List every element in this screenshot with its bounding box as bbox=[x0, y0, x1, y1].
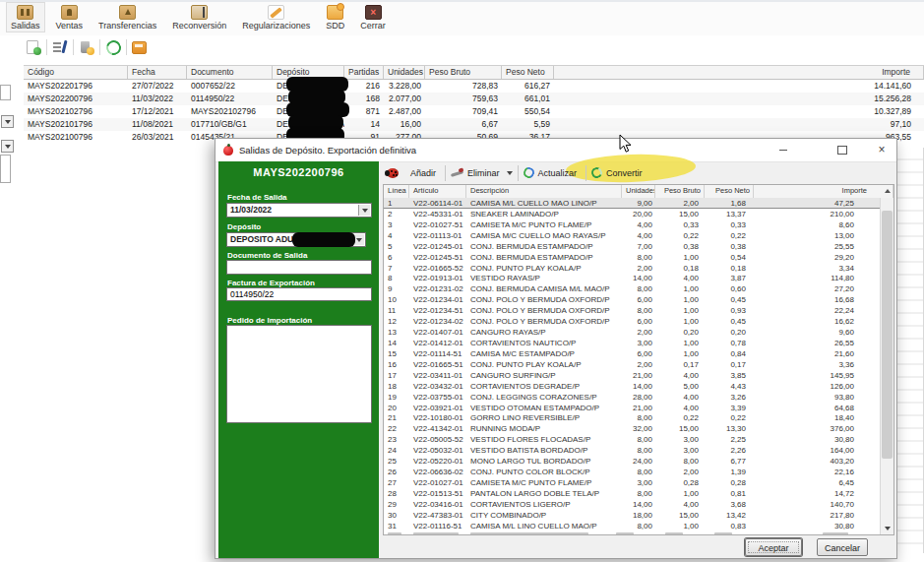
scroll-up-button[interactable] bbox=[881, 185, 893, 197]
close-button[interactable]: × bbox=[867, 139, 896, 160]
lines-table-row[interactable]: 3V22-01027-51CAMISETA M/C PUNTO FLAME/P4… bbox=[384, 219, 880, 230]
lines-table-row[interactable]: 9V22-01231-02CONJ. BERMUDA CAMISA M/L MA… bbox=[384, 283, 880, 294]
update-button[interactable]: Actualizar bbox=[538, 168, 578, 178]
table-row[interactable]: MAYS20220079611/03/20220114950/22DEPOSIT… bbox=[24, 93, 924, 105]
ribbon-tab-regularizaciones[interactable]: Regularizaciones bbox=[237, 2, 315, 32]
cell-articulo: V22-01234-02 bbox=[409, 316, 466, 327]
lines-table-row[interactable]: 4V22-01113-01CAMISA M/C CUELLO MAO RAYAS… bbox=[384, 230, 880, 241]
ribbon-tab-cerrar[interactable]: Cerrar bbox=[355, 2, 391, 32]
dialog-titlebar[interactable]: Salidas de Depósito. Exportación definit… bbox=[216, 139, 896, 162]
lines-table-row[interactable]: 25V22-05220-01MONO LARGO TUL BORDADO/P24… bbox=[384, 456, 880, 467]
edit-list-icon[interactable] bbox=[52, 39, 68, 55]
column-header-linea[interactable]: Línea bbox=[384, 185, 409, 198]
column-header-peso-bruto[interactable]: Peso Bruto bbox=[655, 185, 705, 198]
lines-table-row[interactable]: 1V22-06114-01CAMISA M/L CUELLO MAO LINO/… bbox=[384, 198, 880, 209]
lines-table-row[interactable]: 27V22-01027-01CAMISETA M/C PUNTO FLAME/P… bbox=[384, 477, 880, 488]
maximize-button[interactable] bbox=[828, 139, 857, 160]
lines-table-row[interactable]: 11V22-01234-51CONJ. POLO Y BERMUDA OXFOR… bbox=[384, 305, 880, 316]
scrollbar-thumb[interactable] bbox=[882, 211, 893, 459]
cell-peso-neto: 0,17 bbox=[705, 359, 754, 370]
lines-table-row[interactable]: 8V22-01913-01VESTIDO RAYAS/P14,004,003,8… bbox=[384, 273, 880, 283]
column-header-peso-bruto[interactable]: Peso Bruto bbox=[425, 66, 502, 79]
fecha-salida-combo[interactable]: 11/03/2022 bbox=[226, 203, 372, 218]
cancel-button[interactable]: Cancelar bbox=[817, 538, 868, 556]
cell-articulo: V22-10180-01 bbox=[409, 412, 466, 423]
lines-table-row[interactable]: 10V22-01234-01CONJ. POLO Y BERMUDA OXFOR… bbox=[384, 294, 880, 305]
ribbon-tab-ventas[interactable]: Ventas bbox=[51, 2, 89, 32]
column-header-importe[interactable]: Importe bbox=[754, 185, 893, 198]
ribbon-tab-salidas[interactable]: Salidas bbox=[6, 2, 45, 32]
left-edge-input[interactable] bbox=[0, 85, 11, 100]
ribbon-tab-transferencias[interactable]: Transferencias bbox=[93, 2, 161, 32]
refresh-icon[interactable] bbox=[105, 39, 121, 55]
combo-dropdown-button[interactable] bbox=[358, 205, 370, 216]
delete-button[interactable]: Eliminar bbox=[467, 168, 500, 178]
column-header-codigo[interactable]: Código bbox=[24, 66, 128, 79]
lines-table-row[interactable]: 6V22-01245-51CONJ. BERMUDA ESTAMPADO/P8,… bbox=[384, 252, 880, 263]
lines-table-row[interactable]: 26V22-06636-02CONJ. PUNTO COLOR BLOCK/P8… bbox=[384, 467, 880, 477]
column-header-documento[interactable]: Documento bbox=[187, 66, 273, 79]
table-row[interactable]: MAYS20210179611/08/2021017710/GB/G1DEPOS… bbox=[24, 118, 924, 131]
ladybug-icon[interactable] bbox=[387, 168, 399, 178]
column-header-fecha[interactable]: Fecha bbox=[128, 66, 187, 79]
documento-salida-input[interactable] bbox=[226, 260, 372, 275]
lines-table-row[interactable]: 15V22-01114-51CAMISA M/C ESTAMPADO/P6,00… bbox=[384, 348, 880, 359]
delete-dropdown-icon[interactable] bbox=[507, 171, 513, 175]
cell-peso-neto: 3,39 bbox=[705, 403, 754, 413]
table-row[interactable]: MAYS20220179627/07/20220007652/22DEPOSIT… bbox=[24, 80, 924, 93]
lines-table-row[interactable]: 13V22-01407-01CANGURO RAYAS/P2,000,200,2… bbox=[384, 327, 880, 338]
accept-button[interactable]: Aceptar bbox=[745, 538, 802, 556]
lines-table-row[interactable]: 30V22-47383-01CITY COMBINADO/P18,0015,00… bbox=[384, 510, 880, 521]
lines-table-row[interactable]: 24V22-05032-01VESTIDO BATISTA BORDADO/P8… bbox=[384, 445, 880, 456]
column-header-peso-neto[interactable]: Peso Neto bbox=[705, 185, 754, 198]
column-header-importe[interactable]: Importe bbox=[554, 66, 924, 79]
cell-importe: 18,40 bbox=[754, 412, 880, 423]
table-row[interactable]: MAYS20210279617/12/2021MAYS202102796DEPO… bbox=[24, 105, 924, 118]
cell-unidades: 6,00 bbox=[622, 316, 655, 327]
column-header-peso-neto[interactable]: Peso Neto bbox=[502, 66, 554, 79]
lines-table-row[interactable]: 28V22-01513-51PANTALON LARGO DOBLE TELA/… bbox=[384, 488, 880, 499]
lines-table-row[interactable]: 5V22-01245-01CONJ. BERMUDA ESTAMPADO/P7,… bbox=[384, 241, 880, 252]
factura-exportacion-input[interactable] bbox=[226, 287, 372, 301]
lines-table-row[interactable]: 2V22-45331-01SNEAKER LAMINADO/P20,0015,0… bbox=[384, 209, 880, 219]
lines-table-row[interactable]: 31V22-01116-51CAMISA M/L LINO CUELLO MAO… bbox=[384, 521, 880, 531]
column-header-descripcion[interactable]: Descripción bbox=[466, 185, 622, 198]
column-header-unidades[interactable]: Unidades bbox=[622, 185, 655, 198]
vertical-scrollbar[interactable] bbox=[880, 198, 893, 534]
lines-table-row[interactable]: 18V22-03432-01CORTAVIENTOS DEGRADE/P14,0… bbox=[384, 381, 880, 392]
quick-toolbar bbox=[26, 37, 148, 57]
lines-table-row[interactable]: 20V22-03921-01VESTIDO OTOMAN ESTAMPADO/P… bbox=[384, 403, 880, 413]
lines-table-row[interactable]: 12V22-01234-02CONJ. POLO Y BERMUDA OXFOR… bbox=[384, 316, 880, 327]
print-icon[interactable] bbox=[132, 39, 148, 55]
cell-unidades: 4,00 bbox=[622, 219, 655, 230]
left-dropdown-button[interactable] bbox=[1, 140, 14, 153]
left-dropdown-button[interactable] bbox=[1, 115, 14, 128]
lines-table-row[interactable]: 7V22-01665-52CONJ. PUNTO PLAY KOALA/P2,0… bbox=[384, 263, 880, 274]
column-header-unidades[interactable]: Unidades bbox=[384, 66, 425, 79]
lines-table-row[interactable]: 23V22-05005-52VESTIDO FLORES FLOCADAS/P8… bbox=[384, 434, 880, 445]
cell-peso-neto: 0,45 bbox=[705, 316, 754, 327]
lines-table-row[interactable]: 21V22-10180-01GORRO LINO REVERSIBLE/P8,0… bbox=[384, 412, 880, 423]
lines-table-row[interactable]: 22V22-41342-01RUNNING MODA/P32,0015,0013… bbox=[384, 423, 880, 434]
pedido-importacion-textarea[interactable] bbox=[226, 325, 372, 423]
ribbon-tab-reconversion[interactable]: Reconversión bbox=[167, 2, 231, 32]
delete-record-icon[interactable] bbox=[79, 39, 94, 55]
lines-table-row[interactable]: 19V22-03755-01CONJ. LEGGINGS CORAZONES/P… bbox=[384, 392, 880, 403]
new-record-icon[interactable] bbox=[26, 39, 41, 55]
lines-table-row[interactable]: 14V22-01412-01CORTAVIENTOS NAUTICO/P3,00… bbox=[384, 338, 880, 348]
column-header-partidas[interactable]: Partidas bbox=[344, 66, 384, 79]
lines-table-row[interactable]: 16V22-01665-51CONJ. PUNTO PLAY KOALA/P2,… bbox=[384, 359, 880, 370]
cell-unidades: 2.487,00 bbox=[384, 105, 425, 118]
deposito-combo[interactable]: DEPOSITO ADUANERO bbox=[226, 232, 366, 247]
minimize-button[interactable] bbox=[769, 139, 798, 160]
lines-table-row[interactable]: 17V22-03411-01CANGURO SURFING/P21,004,00… bbox=[384, 370, 880, 381]
ribbon-tab-sdd[interactable]: SDD bbox=[321, 2, 349, 32]
scroll-down-button[interactable] bbox=[881, 523, 893, 534]
convert-button[interactable]: Convertir bbox=[606, 168, 643, 178]
column-header-articulo[interactable]: Artículo bbox=[409, 185, 466, 198]
cell-importe: 25,55 bbox=[754, 241, 880, 252]
dialog-sidebar: MAYS202200796 Fecha de Salida 11/03/2022… bbox=[218, 161, 379, 558]
lines-table-row[interactable]: 29V22-03416-01CORTAVIENTOS LIGERO/P14,00… bbox=[384, 499, 880, 510]
left-edge-box[interactable] bbox=[0, 155, 11, 183]
add-button[interactable]: Añadir bbox=[410, 168, 436, 178]
